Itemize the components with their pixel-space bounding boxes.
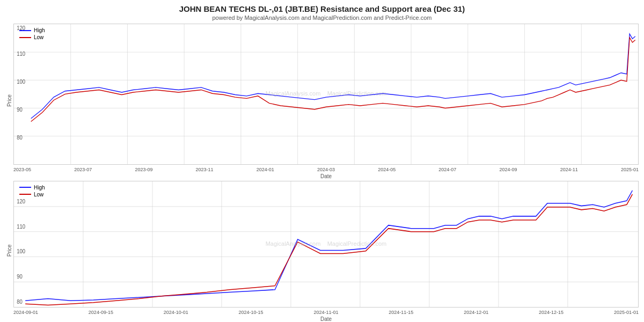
chart2-wrapper: 80 90 100 110 120 High [13, 181, 639, 308]
svg-text:100: 100 [17, 248, 25, 255]
chart2-low-indicator [19, 194, 31, 195]
svg-text:90: 90 [17, 274, 23, 280]
svg-text:80: 80 [17, 298, 23, 305]
chart-section: Price [0, 22, 644, 322]
chart2-x-title: Date [13, 316, 639, 322]
chart1-low-label: Low [34, 34, 43, 40]
low-line-indicator [19, 37, 31, 38]
chart1-x-labels: 2023-05 2023-07 2023-09 2023-11 2024-01 … [13, 166, 639, 173]
chart1-x-tick-3: 2023-11 [196, 167, 214, 172]
chart1-svg: 80 90 100 110 120 [14, 24, 638, 164]
chart2-x-tick-6: 2024-12-01 [464, 310, 488, 315]
chart2-low-line [25, 194, 632, 305]
chart1-x-tick-9: 2024-11 [560, 167, 578, 172]
chart1-and-x: 80 90 100 110 120 [13, 22, 639, 179]
chart2-legend-low: Low [19, 192, 45, 197]
chart2-x-tick-4: 2024-11-01 [313, 310, 338, 315]
chart1-x-tick-5: 2024-03 [317, 167, 335, 172]
chart2-svg: 80 90 100 110 120 [14, 181, 638, 307]
chart2-low-label: Low [34, 192, 43, 197]
chart2-x-tick-5: 2024-11-15 [389, 310, 413, 315]
chart1-x-tick-1: 2023-07 [74, 167, 92, 172]
chart2-x-tick-7: 2024-12-15 [539, 310, 564, 315]
chart2-x-tick-3: 2024-10-15 [239, 310, 264, 315]
svg-text:120: 120 [17, 198, 25, 204]
header: JOHN BEAN TECHS DL-,01 (JBT.BE) Resistan… [0, 0, 644, 22]
chart1-y-label: Price [5, 22, 13, 179]
svg-text:80: 80 [17, 135, 23, 141]
chart2-x-tick-8: 2025-01-01 [614, 310, 639, 315]
chart2-high-indicator [19, 187, 31, 188]
chart1-legend-low: Low [19, 34, 45, 40]
svg-text:100: 100 [17, 79, 25, 85]
subtitle: powered by MagicalAnalysis.com and Magic… [0, 14, 644, 21]
svg-text:110: 110 [17, 51, 25, 57]
chart2-high-label: High [34, 185, 45, 191]
chart1-high-label: High [34, 27, 45, 33]
high-line-indicator [19, 30, 31, 31]
chart2-y-label: Price [5, 179, 13, 322]
chart1-legend: High Low [19, 27, 45, 40]
chart1-x-tick-2: 2023-09 [135, 167, 152, 172]
chart1-wrapper: 80 90 100 110 120 [13, 24, 639, 165]
chart1-low-line [31, 38, 635, 121]
page-container: JOHN BEAN TECHS DL-,01 (JBT.BE) Resistan… [0, 0, 644, 322]
chart2-legend-high: High [19, 185, 45, 191]
chart1-x-tick-8: 2024-09 [500, 167, 517, 172]
chart1-x-tick-7: 2024-07 [438, 167, 456, 172]
chart2-and-x: 80 90 100 110 120 High [13, 179, 639, 322]
chart2-high-line [25, 191, 632, 301]
chart1-x-tick-10: 2025-01 [621, 167, 639, 172]
main-title: JOHN BEAN TECHS DL-,01 (JBT.BE) Resistan… [0, 4, 644, 13]
chart1-x-tick-0: 2023-05 [13, 167, 31, 172]
chart2-legend: High Low [19, 185, 45, 197]
svg-text:110: 110 [17, 223, 25, 230]
chart1-x-title: Date [13, 173, 639, 179]
chart1-x-tick-6: 2024-05 [378, 167, 396, 172]
chart2-x-tick-0: 2024-09-01 [13, 310, 38, 315]
chart2-outer: Price [5, 179, 639, 322]
svg-text:90: 90 [17, 107, 23, 113]
chart1-outer: Price [5, 22, 639, 179]
chart2-x-labels: 2024-09-01 2024-09-15 2024-10-01 2024-10… [13, 309, 639, 316]
chart2-x-tick-2: 2024-10-01 [164, 310, 188, 315]
chart1-x-tick-4: 2024-01 [257, 167, 274, 172]
chart1-legend-high: High [19, 27, 45, 33]
chart2-x-tick-1: 2024-09-15 [89, 310, 113, 315]
